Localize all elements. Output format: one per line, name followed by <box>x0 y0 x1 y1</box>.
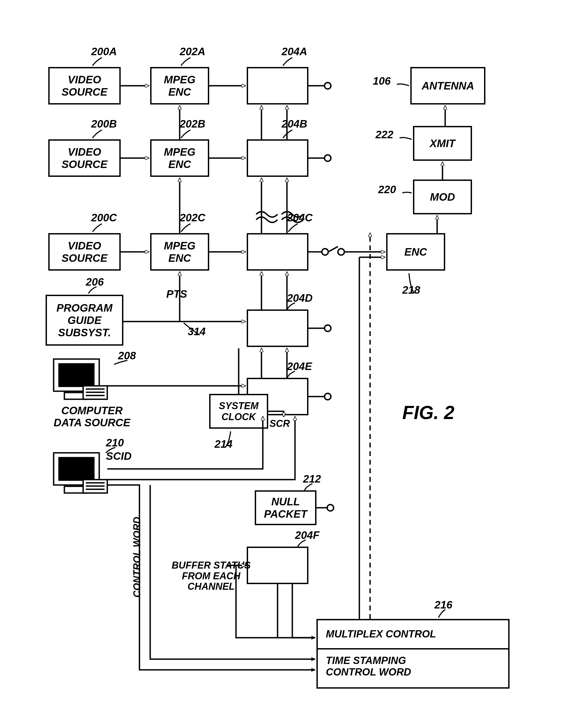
box-mpeg-enc-a: MPEG ENC <box>150 67 209 104</box>
box-204c <box>247 233 309 271</box>
box-label: MPEG ENC <box>164 240 195 264</box>
ref-204C: 204C <box>287 212 313 224</box>
box-label: ENC <box>405 246 427 258</box>
box-204a <box>247 67 309 104</box>
label-scr: SCR <box>269 418 290 429</box>
box-mpeg-enc-c: MPEG ENC <box>150 233 209 271</box>
svg-point-29 <box>327 505 334 511</box>
box-antenna: ANTENNA <box>410 67 485 104</box>
box-label: PROGRAM GUIDE SUBSYST. <box>57 302 113 339</box>
box-video-source-a: VIDEO SOURCE <box>48 67 121 104</box>
box-label: VIDEO SOURCE <box>61 73 107 98</box>
label-computer-data-source: COMPUTER DATA SOURCE <box>54 405 130 429</box>
svg-line-32 <box>328 247 338 252</box>
box-multiplex-control: MULTIPLEX CONTROL TIME STAMPING CONTROL … <box>317 619 510 689</box>
multiplex-control-line1: MULTIPLEX CONTROL <box>326 628 500 640</box>
ref-204B: 204B <box>281 118 307 130</box>
box-video-source-c: VIDEO SOURCE <box>48 233 121 271</box>
ref-212: 212 <box>303 473 321 485</box>
box-program-guide: PROGRAM GUIDE SUBSYST. <box>46 295 123 346</box>
svg-rect-0 <box>54 359 99 391</box>
box-label: XMIT <box>430 137 455 150</box>
box-204d <box>247 309 309 347</box>
label-control-word: CONTROL WORD <box>131 517 143 598</box>
box-204f <box>247 547 309 584</box>
ref-214: 214 <box>214 438 232 450</box>
svg-rect-10 <box>83 480 107 493</box>
svg-rect-1 <box>59 364 94 386</box>
label-pts: PTS <box>166 288 187 300</box>
ref-222: 222 <box>376 129 394 141</box>
multiplex-control-line2: TIME STAMPING CONTROL WORD <box>326 655 500 678</box>
box-label: SYSTEM CLOCK <box>219 400 258 423</box>
ref-218: 218 <box>402 284 420 296</box>
svg-rect-2 <box>64 393 88 399</box>
ref-200A: 200A <box>91 46 117 58</box>
ref-220: 220 <box>378 184 396 196</box>
svg-point-23 <box>325 155 331 161</box>
label-scid: SCID <box>106 450 132 462</box>
ref-208: 208 <box>118 350 136 362</box>
box-label: MOD <box>430 191 455 203</box>
ref-106: 106 <box>373 75 391 87</box>
ref-216: 216 <box>435 599 452 611</box>
ref-202A: 202A <box>180 46 205 58</box>
svg-point-25 <box>325 325 331 331</box>
svg-rect-3 <box>83 386 107 399</box>
box-xmit: XMIT <box>413 126 472 161</box>
ref-206: 206 <box>86 276 104 288</box>
box-mod: MOD <box>413 180 472 214</box>
svg-point-27 <box>325 393 331 400</box>
svg-rect-8 <box>59 458 94 480</box>
ref-202B: 202B <box>180 118 205 130</box>
box-null-packet: NULL PACKET <box>255 490 317 525</box>
box-mpeg-enc-b: MPEG ENC <box>150 139 209 177</box>
ref-202C: 202C <box>180 212 205 224</box>
svg-point-21 <box>325 83 331 89</box>
box-label: MPEG ENC <box>164 73 195 98</box>
box-204b <box>247 139 309 177</box>
ref-204E: 204E <box>287 360 312 372</box>
svg-rect-7 <box>54 453 99 485</box>
diagram-canvas: VIDEO SOURCE VIDEO SOURCE VIDEO SOURCE P… <box>0 0 568 728</box>
ref-200B: 200B <box>91 118 117 130</box>
box-label: MPEG ENC <box>164 146 195 170</box>
box-system-clock: SYSTEM CLOCK <box>209 394 268 429</box>
ref-204D: 204D <box>287 292 313 304</box>
label-buffer-status: BUFFER STATUS FROM EACH CHANNEL <box>172 560 251 592</box>
ref-204F: 204F <box>295 529 320 541</box>
box-enc: ENC <box>386 233 445 271</box>
box-video-source-b: VIDEO SOURCE <box>48 139 121 177</box>
box-label: VIDEO SOURCE <box>61 240 107 264</box>
svg-point-33 <box>338 249 344 255</box>
ref-204A: 204A <box>281 46 307 58</box>
figure-label: FIG. 2 <box>402 402 454 423</box>
ref-314: 314 <box>188 326 206 338</box>
box-label: ANTENNA <box>422 80 474 92</box>
box-label: VIDEO SOURCE <box>61 146 107 170</box>
box-label: NULL PACKET <box>264 495 307 520</box>
svg-rect-9 <box>64 486 88 493</box>
ref-210: 210 <box>106 437 124 449</box>
ref-200C: 200C <box>91 212 117 224</box>
svg-point-31 <box>322 249 328 255</box>
